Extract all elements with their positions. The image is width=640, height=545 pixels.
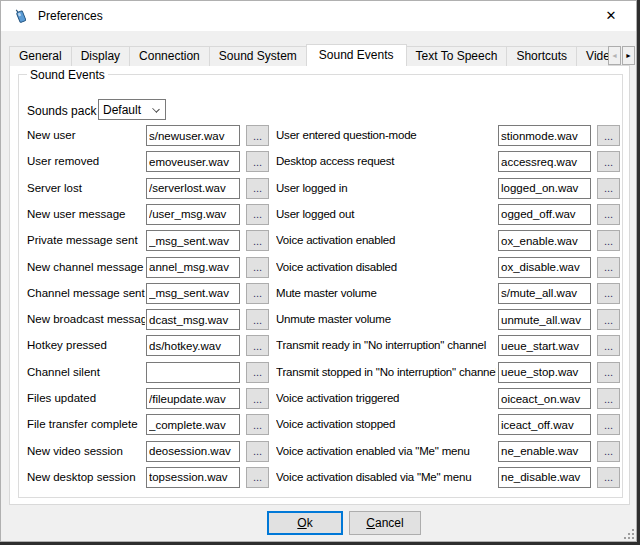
browse-button[interactable]: ... (597, 335, 620, 356)
sound-event-row: User entered question-mode... (19, 125, 622, 146)
browse-button[interactable]: ... (597, 441, 620, 462)
event-label: Voice activation enabled via "Me" menu (276, 445, 496, 457)
preferences-window: Preferences ✕ GeneralDisplayConnectionSo… (0, 0, 637, 542)
ok-button[interactable]: Ok (267, 511, 343, 535)
tab-connection[interactable]: Connection (129, 46, 210, 66)
sound-file-input[interactable] (498, 414, 591, 435)
sound-event-row: User logged out... (19, 204, 622, 225)
tab-general[interactable]: General (9, 46, 72, 66)
event-label: Transmit ready in "No interruption" chan… (276, 339, 496, 351)
sound-event-row: Desktop access request... (19, 151, 622, 172)
sound-event-row: Voice activation enabled via "Me" menu..… (19, 441, 622, 462)
sound-event-row: Transmit ready in "No interruption" chan… (19, 335, 622, 356)
event-label: Voice activation stopped (276, 418, 496, 430)
event-label: Voice activation triggered (276, 392, 496, 404)
tab-sound-events[interactable]: Sound Events (306, 44, 407, 66)
event-label: Desktop access request (276, 155, 496, 167)
browse-button[interactable]: ... (597, 283, 620, 304)
sound-file-input[interactable] (498, 467, 591, 488)
tab-video[interactable]: Video (576, 46, 608, 66)
sound-file-input[interactable] (498, 178, 591, 199)
browse-button[interactable]: ... (597, 230, 620, 251)
sound-event-row: Voice activation triggered... (19, 388, 622, 409)
tab-scroll-right-button[interactable]: ► (622, 46, 635, 65)
sound-file-input[interactable] (498, 230, 591, 251)
arrow-right-icon: ► (625, 52, 632, 59)
sound-event-row: Voice activation disabled via "Me" menu.… (19, 467, 622, 488)
tab-display[interactable]: Display (71, 46, 130, 66)
close-button[interactable]: ✕ (594, 1, 628, 30)
sounds-pack-select[interactable]: Default (98, 99, 166, 120)
title-bar: Preferences ✕ (1, 1, 636, 31)
event-label: Voice activation enabled (276, 234, 496, 246)
browse-button[interactable]: ... (597, 257, 620, 278)
sound-file-input[interactable] (498, 125, 591, 146)
tab-panel-sound-events: Sound Events Sounds pack Default New use… (9, 65, 630, 505)
tab-sound-system[interactable]: Sound System (209, 46, 307, 66)
sound-file-input[interactable] (498, 204, 591, 225)
window-title: Preferences (38, 9, 103, 23)
sound-event-row: Voice activation stopped... (19, 414, 622, 435)
event-label: Voice activation disabled (276, 261, 496, 273)
sound-file-input[interactable] (498, 441, 591, 462)
browse-button[interactable]: ... (597, 467, 620, 488)
tab-shortcuts[interactable]: Shortcuts (506, 46, 577, 66)
arrow-left-icon: ◄ (611, 52, 618, 59)
tab-bar: GeneralDisplayConnectionSound SystemSoun… (9, 44, 608, 66)
sound-file-input[interactable] (498, 309, 591, 330)
close-icon: ✕ (606, 8, 617, 23)
sound-event-row: Voice activation enabled... (19, 230, 622, 251)
sound-event-row: Voice activation disabled... (19, 257, 622, 278)
sound-event-row: Unmute master volume... (19, 309, 622, 330)
sound-file-input[interactable] (498, 362, 591, 383)
browse-button[interactable]: ... (597, 125, 620, 146)
cancel-button[interactable]: Cancel (349, 511, 421, 535)
sound-event-row: Mute master volume... (19, 283, 622, 304)
app-icon (12, 7, 30, 25)
groupbox-label: Sound Events (27, 68, 108, 82)
sound-file-input[interactable] (498, 335, 591, 356)
tab-scroll-left-button[interactable]: ◄ (608, 46, 621, 65)
browse-button[interactable]: ... (597, 204, 620, 225)
browse-button[interactable]: ... (597, 178, 620, 199)
browse-button[interactable]: ... (597, 414, 620, 435)
sound-event-row: Transmit stopped in "No interruption" ch… (19, 362, 622, 383)
browse-button[interactable]: ... (597, 151, 620, 172)
sound-event-row: User logged in... (19, 178, 622, 199)
tab-text-to-speech[interactable]: Text To Speech (406, 46, 508, 66)
resize-grip[interactable] (622, 527, 634, 539)
browse-button[interactable]: ... (597, 309, 620, 330)
event-label: Transmit stopped in "No interruption" ch… (276, 366, 496, 378)
event-label: User entered question-mode (276, 129, 496, 141)
chevron-down-icon (152, 105, 160, 113)
event-label: Mute master volume (276, 287, 496, 299)
tab-scroll-buttons: ◄ ► (608, 46, 635, 65)
event-label: Unmute master volume (276, 313, 496, 325)
browse-button[interactable]: ... (597, 362, 620, 383)
event-label: Voice activation disabled via "Me" menu (276, 471, 496, 483)
event-label: User logged in (276, 182, 496, 194)
sound-file-input[interactable] (498, 151, 591, 172)
sounds-pack-label: Sounds pack (27, 104, 96, 118)
sound-file-input[interactable] (498, 257, 591, 278)
sound-file-input[interactable] (498, 388, 591, 409)
sound-file-input[interactable] (498, 283, 591, 304)
event-label: User logged out (276, 208, 496, 220)
sound-events-groupbox: Sound Events Sounds pack Default New use… (18, 74, 623, 498)
browse-button[interactable]: ... (597, 388, 620, 409)
sounds-pack-value: Default (103, 103, 141, 117)
